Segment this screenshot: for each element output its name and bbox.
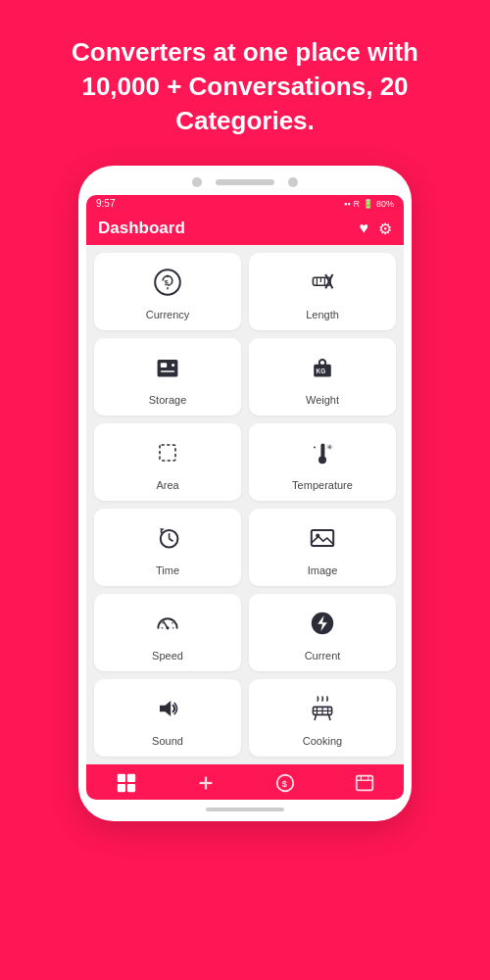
temperature-icon: ✳ xyxy=(307,437,338,473)
status-time: 9:57 xyxy=(96,198,115,209)
phone-bottom-bar xyxy=(86,808,404,811)
svg-text:$: $ xyxy=(281,779,286,789)
svg-line-43 xyxy=(328,715,330,721)
length-icon xyxy=(307,267,338,303)
svg-rect-10 xyxy=(158,360,178,377)
app-header: Dashboard ♥ ⚙ xyxy=(86,212,404,245)
sound-icon xyxy=(152,693,183,729)
phone-top-bar xyxy=(86,177,404,187)
currency-label: Currency xyxy=(146,309,190,320)
nav-calculator[interactable] xyxy=(185,770,226,796)
image-label: Image xyxy=(308,564,338,576)
status-battery: 80% xyxy=(376,199,394,209)
grid-item-current[interactable]: Current xyxy=(249,594,396,671)
grid-item-currency[interactable]: $ Currency xyxy=(94,253,241,330)
grid-item-speed[interactable]: Speed xyxy=(94,594,241,671)
svg-rect-26 xyxy=(312,530,333,546)
svg-rect-46 xyxy=(117,784,124,792)
grid-item-storage[interactable]: Storage xyxy=(94,338,241,416)
app-header-icons: ♥ ⚙ xyxy=(360,220,393,238)
grid-item-image[interactable]: Image xyxy=(249,509,396,586)
svg-text:$: $ xyxy=(165,278,169,287)
grid-item-sound[interactable]: Sound xyxy=(94,679,241,757)
grid-item-length[interactable]: Length xyxy=(249,253,396,330)
temperature-label: Temperature xyxy=(292,479,353,491)
phone-screen: 9:57 ▪▪ R 🔋 80% Dashboard ♥ ⚙ xyxy=(86,195,404,800)
svg-point-19 xyxy=(318,456,326,464)
svg-line-33 xyxy=(172,622,172,623)
area-icon xyxy=(152,437,183,473)
svg-line-42 xyxy=(315,715,317,721)
svg-marker-36 xyxy=(160,701,171,716)
status-bar: 9:57 ▪▪ R 🔋 80% xyxy=(86,195,404,212)
cooking-label: Cooking xyxy=(303,735,342,747)
grid-item-cooking[interactable]: Cooking xyxy=(249,679,396,757)
svg-rect-45 xyxy=(126,774,134,782)
weight-label: Weight xyxy=(306,394,339,406)
svg-text:KG: KG xyxy=(317,368,326,375)
tagline: Converters at one place with 10,000 + Co… xyxy=(0,0,490,166)
svg-line-24 xyxy=(170,539,173,541)
time-label: Time xyxy=(156,564,179,576)
status-sim-icon: ▪▪ xyxy=(344,199,350,209)
svg-rect-11 xyxy=(161,363,167,368)
grid-item-time[interactable]: Time xyxy=(94,509,241,586)
nav-home[interactable] xyxy=(106,770,147,796)
phone-speaker xyxy=(216,179,274,185)
current-icon xyxy=(307,608,338,644)
status-signal: R xyxy=(353,199,360,209)
speed-label: Speed xyxy=(152,650,183,662)
weight-icon: KG xyxy=(307,352,338,388)
currency-icon: $ xyxy=(152,267,183,303)
svg-rect-18 xyxy=(320,444,324,458)
svg-point-21 xyxy=(314,447,316,449)
status-right: ▪▪ R 🔋 80% xyxy=(344,199,394,209)
grid-item-temperature[interactable]: ✳ Temperature xyxy=(249,423,396,501)
nav-currency[interactable]: $ xyxy=(265,770,306,796)
image-icon xyxy=(307,522,338,559)
grid-item-area[interactable]: Area xyxy=(94,423,241,501)
grid-item-weight[interactable]: KG Weight xyxy=(249,338,396,416)
storage-label: Storage xyxy=(149,394,187,406)
app-header-title: Dashboard xyxy=(98,219,185,238)
converter-grid: $ Currency xyxy=(86,245,404,764)
area-label: Area xyxy=(156,479,178,491)
svg-point-15 xyxy=(319,360,325,366)
svg-text:✳: ✳ xyxy=(326,443,333,452)
camera-dot-left xyxy=(192,177,202,187)
sound-label: Sound xyxy=(152,735,183,747)
current-label: Current xyxy=(305,650,341,662)
settings-icon[interactable]: ⚙ xyxy=(378,220,392,238)
camera-dot-right xyxy=(288,177,298,187)
favorite-icon[interactable]: ♥ xyxy=(360,220,369,237)
svg-line-32 xyxy=(162,622,163,623)
svg-rect-13 xyxy=(161,370,174,372)
svg-rect-52 xyxy=(356,776,372,791)
phone-frame: 9:57 ▪▪ R 🔋 80% Dashboard ♥ ⚙ xyxy=(78,166,412,821)
bottom-nav: $ xyxy=(86,764,404,800)
svg-point-29 xyxy=(166,626,169,629)
svg-rect-47 xyxy=(126,784,134,792)
time-icon xyxy=(152,522,183,559)
speed-icon xyxy=(152,608,183,644)
home-indicator xyxy=(206,808,284,811)
length-label: Length xyxy=(306,309,339,320)
cooking-icon xyxy=(307,693,338,729)
nav-tools[interactable] xyxy=(344,770,385,796)
status-battery-icon: 🔋 xyxy=(363,199,373,209)
storage-icon xyxy=(152,352,183,388)
svg-point-12 xyxy=(172,364,174,367)
svg-rect-44 xyxy=(117,774,124,782)
svg-rect-17 xyxy=(160,445,175,461)
